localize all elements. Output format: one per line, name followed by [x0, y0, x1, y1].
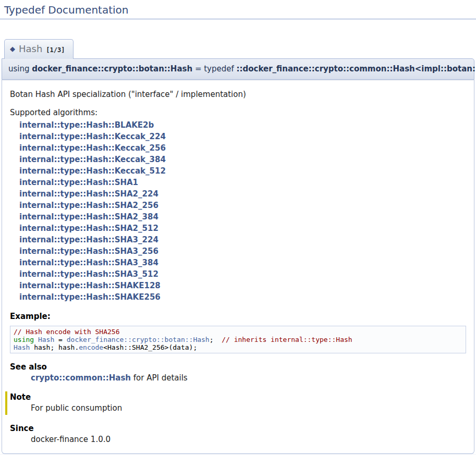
proto-typedef-name: docker_finance::crypto::botan::Hash: [32, 64, 192, 73]
code-link[interactable]: encode: [79, 343, 103, 351]
code-text: =: [54, 336, 66, 343]
see-also-section: See also crypto::common::Hash for API de…: [10, 362, 466, 383]
member-item: ◆Hash[1/3] using docker_finance::crypto:…: [2, 39, 474, 454]
algorithm-link[interactable]: internal::type::Hash::Keccak_384: [19, 154, 466, 165]
since-section: Since docker-finance 1.0.0: [10, 424, 466, 444]
member-title-tab: ◆Hash[1/3]: [4, 39, 74, 59]
member-name: Hash: [19, 43, 42, 54]
code-comment: // Hash encode with SHA256: [14, 328, 120, 336]
summary-text: Botan Hash API specialization ("interfac…: [10, 90, 466, 99]
code-text: ;: [210, 336, 222, 343]
supported-algorithms-label: Supported algorithms:: [10, 108, 466, 117]
algorithm-link[interactable]: internal::type::Hash::SHAKE128: [19, 280, 466, 291]
algorithm-link[interactable]: internal::type::Hash::Keccak_224: [19, 131, 466, 142]
proto-using-keyword: using: [8, 64, 32, 73]
algorithm-link[interactable]: internal::type::Hash::SHA3_256: [19, 245, 466, 257]
code-line: using Hash = docker_finance::crypto::bot…: [14, 336, 462, 343]
note-section: Note For public consumption: [5, 391, 466, 415]
algorithm-link[interactable]: internal::type::Hash::SHA2_384: [19, 211, 466, 223]
code-keyword: using: [14, 336, 34, 343]
see-also-content: crypto::common::Hash for API details: [31, 373, 466, 383]
proto-equals-typedef: = typedef: [192, 64, 236, 73]
code-line: // Hash encode with SHA256: [14, 328, 462, 336]
code-fragment: // Hash encode with SHA256using Hash = d…: [10, 326, 466, 353]
note-label: Note: [10, 392, 466, 402]
code-link[interactable]: docker_finance::crypto::botan::Hash: [67, 336, 210, 343]
since-text: docker-finance 1.0.0: [31, 435, 466, 444]
algorithm-link-list: internal::type::Hash::BLAKE2binternal::t…: [19, 119, 466, 303]
member-documentation: Botan Hash API specialization ("interfac…: [2, 80, 474, 454]
algorithm-link[interactable]: internal::type::Hash::SHA3_384: [19, 257, 466, 268]
algorithm-link[interactable]: internal::type::Hash::SHA2_256: [19, 200, 466, 211]
algorithm-link[interactable]: internal::type::Hash::Keccak_256: [19, 142, 466, 154]
code-link[interactable]: Hash: [38, 336, 54, 343]
code-comment: // inherits internal::type::Hash: [222, 336, 352, 343]
algorithm-link[interactable]: internal::type::Hash::SHAKE256: [19, 291, 466, 303]
member-prototype: using docker_finance::crypto::botan::Has…: [2, 58, 474, 80]
algorithm-link[interactable]: internal::type::Hash::SHA3_512: [19, 268, 466, 280]
see-also-label: See also: [10, 362, 466, 372]
code-line: Hash hash; hash.encode<Hash::SHA2_256>(d…: [14, 343, 462, 351]
example-label: Example:: [10, 312, 466, 321]
code-text: [34, 336, 38, 343]
see-also-link[interactable]: crypto::common::Hash: [31, 373, 131, 383]
algorithm-link[interactable]: internal::type::Hash::Keccak_512: [19, 165, 466, 177]
algorithm-link[interactable]: internal::type::Hash::SHA3_224: [19, 234, 466, 245]
algorithm-link[interactable]: internal::type::Hash::SHA2_224: [19, 188, 466, 200]
see-also-suffix: for API details: [131, 373, 188, 383]
code-text: <Hash::SHA2_256>(data);: [103, 343, 197, 351]
proto-typedef-target: ::docker_finance::crypto::common::Hash<i…: [237, 64, 476, 73]
permalink-diamond-icon[interactable]: ◆: [10, 45, 15, 53]
since-label: Since: [10, 424, 466, 433]
page-title: Typedef Documentation: [0, 0, 476, 19]
algorithm-link[interactable]: internal::type::Hash::SHA1: [19, 177, 466, 188]
overload-badge: [1/3]: [46, 46, 65, 54]
algorithm-link[interactable]: internal::type::Hash::BLAKE2b: [19, 119, 466, 131]
algorithm-link[interactable]: internal::type::Hash::SHA2_512: [19, 223, 466, 234]
code-text: hash; hash.: [30, 343, 79, 351]
note-text: For public consumption: [31, 403, 466, 413]
code-link[interactable]: Hash: [14, 343, 30, 351]
